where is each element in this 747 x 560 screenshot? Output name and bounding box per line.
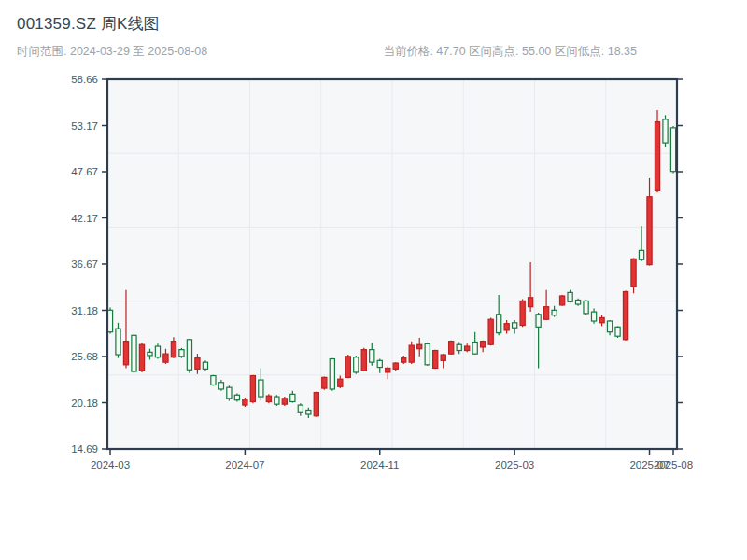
candle (155, 343, 160, 358)
candle-body (322, 377, 327, 388)
candle-body (599, 317, 604, 322)
candle (179, 348, 184, 358)
candle-body (148, 352, 152, 356)
candlestick-chart: 58.6653.1747.6742.1736.6731.1825.6820.18… (0, 0, 747, 560)
candle (275, 395, 279, 406)
x-axis-label: 2024-11 (360, 459, 399, 470)
candle (520, 300, 525, 328)
candle-body (163, 354, 168, 362)
candle (314, 392, 318, 417)
candle (361, 348, 366, 371)
candle-body (472, 343, 477, 355)
candle (243, 398, 247, 407)
candle-body (123, 342, 128, 365)
candle-body (575, 301, 580, 305)
candle (227, 385, 232, 400)
candle (211, 375, 216, 386)
candle (139, 343, 144, 372)
candle-body (393, 363, 398, 369)
candle-body (314, 393, 318, 416)
candle-body (631, 259, 636, 287)
candle-body (306, 410, 311, 414)
candle (187, 339, 191, 373)
candle-body (330, 359, 334, 389)
candle-body (465, 346, 470, 351)
candle (425, 343, 430, 365)
candle-body (623, 291, 627, 339)
candle-body (354, 357, 359, 372)
candle-body (544, 307, 549, 320)
y-axis-label: 20.18 (71, 398, 98, 409)
candle (670, 126, 675, 173)
x-axis-label: 2025-03 (495, 459, 534, 470)
candle-body (370, 350, 374, 363)
candle-body (132, 335, 136, 371)
candle-body (282, 399, 287, 404)
candle-body (275, 397, 279, 404)
candle-body (513, 323, 517, 328)
candle (488, 317, 493, 345)
candle (655, 110, 659, 192)
y-axis-label: 31.18 (71, 305, 98, 316)
candle (282, 397, 287, 406)
candle (234, 393, 239, 401)
y-axis-label: 25.68 (71, 351, 98, 362)
y-axis-label: 53.17 (71, 120, 98, 132)
candle (330, 358, 334, 391)
candle-body (266, 396, 271, 401)
candle-body (552, 310, 557, 315)
candle-body (504, 324, 509, 330)
candle-body (195, 358, 200, 370)
candle-body (647, 197, 652, 265)
candle-body (409, 345, 414, 362)
candle-body (386, 368, 390, 372)
candle (663, 115, 668, 147)
candle-body (139, 344, 144, 371)
candle-body (425, 343, 430, 365)
candle-body (155, 346, 160, 357)
candle-body (417, 344, 422, 349)
candle-body (203, 362, 207, 369)
y-axis-label: 14.69 (71, 443, 98, 455)
candle-body (250, 376, 255, 402)
candle-body (218, 383, 223, 389)
candle (575, 299, 580, 306)
x-axis-label: 2024-07 (225, 459, 264, 470)
candle-body (591, 312, 596, 321)
candle (623, 291, 627, 341)
candle-body (187, 340, 191, 370)
candle-body (520, 301, 525, 325)
y-axis-label: 36.67 (71, 259, 98, 270)
candle (559, 295, 564, 306)
y-axis-label: 58.66 (71, 74, 98, 85)
y-axis-label: 42.17 (71, 213, 98, 224)
candle-body (497, 315, 501, 333)
candle-body (607, 321, 612, 332)
candle-body (243, 399, 247, 405)
candle-body (457, 344, 461, 350)
candle-body (116, 329, 120, 355)
candle-body (171, 342, 176, 357)
x-axis-label: 2024-03 (91, 459, 130, 470)
candle-body (441, 355, 445, 360)
candle-body (298, 405, 303, 412)
candle-body (536, 315, 541, 328)
candle (433, 350, 438, 370)
candle-body (559, 296, 564, 305)
candle-body (584, 301, 588, 314)
candle (449, 341, 454, 355)
y-axis-label: 47.67 (71, 166, 98, 177)
candle-body (377, 360, 382, 367)
candle-body (107, 310, 112, 331)
kline-page: 001359.SZ 周K线图 时间范围: 2024-03-29 至 2025-0… (0, 0, 747, 560)
candle-body (234, 395, 239, 399)
candle-body (481, 342, 486, 347)
candle-body (227, 387, 232, 399)
candle (615, 326, 620, 338)
candle-body (655, 122, 659, 191)
candle (584, 301, 588, 315)
candle-body (449, 342, 454, 355)
candle (354, 356, 359, 374)
candle-body (615, 327, 620, 336)
candle (322, 376, 327, 389)
